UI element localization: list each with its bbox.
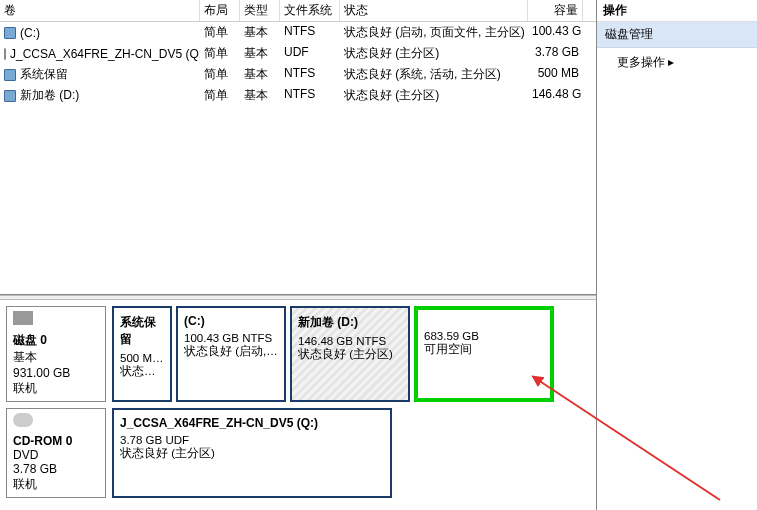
partition-size: 100.43 GB NTFS (184, 332, 278, 344)
disk-type: 基本 (13, 349, 99, 366)
cell-cap: 3.78 GB (528, 44, 583, 63)
volume-icon (4, 27, 16, 39)
partition-box[interactable]: J_CCSA_X64FRE_ZH-CN_DV5 (Q:)3.78 GB UDF状… (112, 408, 392, 498)
volume-row[interactable]: 系统保留简单基本NTFS状态良好 (系统, 活动, 主分区)500 MB (0, 64, 596, 85)
volume-name: J_CCSA_X64FRE_ZH-CN_DV5 (Q:) (10, 47, 200, 61)
cd-drive-icon (13, 413, 33, 427)
disk-type: DVD (13, 448, 99, 462)
volume-name: (C:) (20, 26, 40, 40)
disk-state: 联机 (13, 476, 99, 493)
chevron-right-icon: ▸ (668, 55, 674, 69)
cell-fs: NTFS (280, 23, 340, 42)
disk-label-box[interactable]: 磁盘 0基本931.00 GB联机 (6, 306, 106, 402)
disk-row: CD-ROM 0DVD3.78 GB联机J_CCSA_X64FRE_ZH-CN_… (6, 408, 590, 498)
volume-name: 新加卷 (D:) (20, 87, 79, 104)
partition-size: 683.59 GB (424, 330, 544, 342)
hard-disk-icon (13, 311, 33, 325)
cell-status: 状态良好 (主分区) (340, 44, 528, 63)
cell-layout: 简单 (200, 86, 240, 105)
volume-row[interactable]: J_CCSA_X64FRE_ZH-CN_DV5 (Q:)简单基本UDF状态良好 … (0, 43, 596, 64)
cell-layout: 简单 (200, 23, 240, 42)
cell-cap: 100.43 G (528, 23, 583, 42)
disk-state: 联机 (13, 380, 99, 397)
disk-size: 3.78 GB (13, 462, 99, 476)
column-header[interactable]: 状态 (340, 0, 528, 21)
partition-size: 146.48 GB NTFS (298, 335, 402, 347)
column-header[interactable]: 布局 (200, 0, 240, 21)
volume-row[interactable]: (C:)简单基本NTFS状态良好 (启动, 页面文件, 主分区)100.43 G (0, 22, 596, 43)
volume-icon (4, 90, 16, 102)
actions-more-actions[interactable]: 更多操作 ▸ (597, 48, 757, 77)
cell-type: 基本 (240, 65, 280, 84)
cd-icon (4, 48, 6, 60)
cell-status: 状态良好 (系统, 活动, 主分区) (340, 65, 528, 84)
cell-status: 状态良好 (主分区) (340, 86, 528, 105)
partition-title: 新加卷 (D:) (298, 314, 402, 331)
volume-icon (4, 69, 16, 81)
column-header[interactable]: 文件系统 (280, 0, 340, 21)
column-header[interactable]: 类型 (240, 0, 280, 21)
partition-status: 状态良好 (主分区) (120, 446, 384, 461)
partition-size: 500 MB I (120, 352, 164, 364)
cell-fs: UDF (280, 44, 340, 63)
disk-name: 磁盘 0 (13, 332, 99, 349)
cell-status: 状态良好 (启动, 页面文件, 主分区) (340, 23, 528, 42)
unallocated-space[interactable]: 683.59 GB可用空间 (414, 306, 554, 402)
partition-status: 状态良好 (启动, 页面 (184, 344, 278, 359)
actions-pane: 操作 磁盘管理 更多操作 ▸ (597, 0, 757, 510)
disk-name: CD-ROM 0 (13, 434, 99, 448)
column-header[interactable]: 卷 (0, 0, 200, 21)
cell-fs: NTFS (280, 86, 340, 105)
cell-type: 基本 (240, 44, 280, 63)
cell-fs: NTFS (280, 65, 340, 84)
partition-box[interactable]: 系统保留500 MB I状态良好 (112, 306, 172, 402)
partition-size: 3.78 GB UDF (120, 434, 384, 446)
disk-label-box[interactable]: CD-ROM 0DVD3.78 GB联机 (6, 408, 106, 498)
partition-title: (C:) (184, 314, 278, 328)
actions-section-disk-management[interactable]: 磁盘管理 (597, 22, 757, 48)
cell-type: 基本 (240, 86, 280, 105)
disk-graphical-view[interactable]: 磁盘 0基本931.00 GB联机系统保留500 MB I状态良好(C:)100… (0, 300, 596, 510)
cell-type: 基本 (240, 23, 280, 42)
partition-status: 状态良好 (主分区) (298, 347, 402, 362)
cell-layout: 简单 (200, 65, 240, 84)
column-header[interactable]: 容量 (528, 0, 583, 21)
cell-cap: 500 MB (528, 65, 583, 84)
partition-status: 可用空间 (424, 342, 544, 357)
partition-box[interactable]: 新加卷 (D:)146.48 GB NTFS状态良好 (主分区) (290, 306, 410, 402)
cell-layout: 简单 (200, 44, 240, 63)
volume-name: 系统保留 (20, 66, 68, 83)
partition-title: 系统保留 (120, 314, 164, 348)
cell-cap: 146.48 G (528, 86, 583, 105)
actions-header: 操作 (597, 0, 757, 22)
partition-title: J_CCSA_X64FRE_ZH-CN_DV5 (Q:) (120, 416, 384, 430)
disk-row: 磁盘 0基本931.00 GB联机系统保留500 MB I状态良好(C:)100… (6, 306, 590, 402)
partition-box[interactable]: (C:)100.43 GB NTFS状态良好 (启动, 页面 (176, 306, 286, 402)
partition-status: 状态良好 (120, 364, 164, 379)
volume-list[interactable]: 卷布局类型文件系统状态容量 (C:)简单基本NTFS状态良好 (启动, 页面文件… (0, 0, 596, 295)
disk-size: 931.00 GB (13, 366, 99, 380)
volume-row[interactable]: 新加卷 (D:)简单基本NTFS状态良好 (主分区)146.48 G (0, 85, 596, 106)
